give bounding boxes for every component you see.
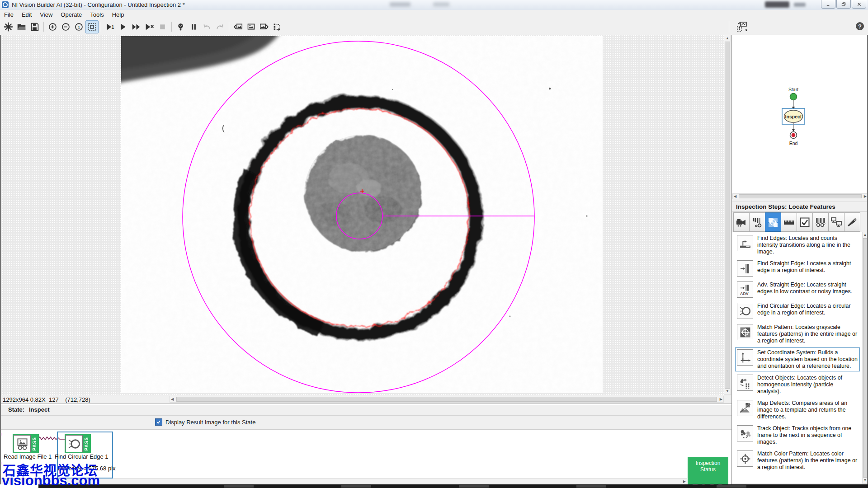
flow-scrollbar[interactable]: ◀ ▶ xyxy=(732,193,868,199)
save-inspection-button[interactable] xyxy=(28,20,41,33)
step-node-read-image-file-1[interactable]: PASS xyxy=(13,434,39,453)
zoom-1x-icon: 1 xyxy=(74,22,84,32)
new-inspection-button[interactable] xyxy=(2,20,15,33)
previous-image-button[interactable] xyxy=(231,20,245,33)
state-editor-panel: State: Inspect Display Result Image for … xyxy=(0,404,731,485)
step-pass-banner: PASS xyxy=(31,435,38,452)
step-item-match-pattern[interactable]: Match Pattern: Locates grayscale feature… xyxy=(735,322,860,346)
scroll-right-icon[interactable]: ▶ xyxy=(864,195,867,198)
palette-enhance-images-tab[interactable] xyxy=(749,212,765,232)
find-straight-edge-icon xyxy=(739,263,751,275)
step-item-map-defects[interactable]: Map Defects: Compares areas of an image … xyxy=(735,398,860,422)
scroll-thumb[interactable] xyxy=(739,194,862,198)
step-node-label: Find Circular Edge 1 xyxy=(55,453,127,460)
scroll-left-icon[interactable]: ◀ xyxy=(734,195,736,198)
zoom-in-button[interactable] xyxy=(46,20,59,33)
menu-help[interactable]: Help xyxy=(108,10,128,19)
next-image-button[interactable] xyxy=(258,20,271,33)
image-viewer[interactable]: ▲ ▼ xyxy=(0,35,731,395)
scroll-right-icon[interactable]: ▶ xyxy=(720,398,722,401)
pause-button[interactable] xyxy=(187,20,200,33)
strip-scrollbar[interactable]: ▶ xyxy=(0,478,687,485)
scroll-thumb[interactable] xyxy=(725,42,730,389)
step-item-adv-straight-edge[interactable]: ADVAdv. Straight Edge: Locates straight … xyxy=(735,280,860,300)
menu-tools[interactable]: Tools xyxy=(86,10,108,19)
palette-identify-parts-tab[interactable] xyxy=(812,212,829,232)
blur-artifact xyxy=(390,2,410,7)
menu-file[interactable]: File xyxy=(0,10,18,19)
flow-start-node[interactable] xyxy=(790,94,797,100)
stop-icon xyxy=(158,22,167,32)
scroll-up-icon[interactable]: ▲ xyxy=(724,37,731,40)
step-item-detect-objects[interactable]: Detect Objects: Locates objects of homog… xyxy=(735,373,860,397)
palette-communicate-tab[interactable] xyxy=(828,212,844,232)
match-color-pattern-icon xyxy=(739,453,751,465)
step-item-find-circular-edge[interactable]: Find Circular Edge: Locates a circular e… xyxy=(735,301,860,321)
vertical-scrollbar[interactable]: ▲ ▼ xyxy=(724,35,731,395)
help-button[interactable]: ? xyxy=(856,22,864,30)
watermark-line2: visionbbs.com xyxy=(2,473,100,488)
flow-end-label: End xyxy=(789,141,798,146)
palette-locate-features-tab[interactable] xyxy=(765,212,781,232)
step-item-set-coordinate-system[interactable]: Set Coordinate System: Builds a coordina… xyxy=(735,347,860,371)
inspection-steps-header: Inspection Steps: Locate Features xyxy=(732,202,868,212)
open-inspection-button[interactable] xyxy=(15,20,28,33)
image-overlay xyxy=(121,36,603,393)
redo-button[interactable] xyxy=(213,20,226,33)
restore-button[interactable] xyxy=(836,0,851,9)
image-log-button[interactable] xyxy=(271,20,284,33)
inspection-image[interactable] xyxy=(121,36,603,393)
viewer-status-strip: 1292x964 0.82X 127 (712,728) ◀ ▶ xyxy=(0,395,731,404)
scroll-left-icon[interactable]: ◀ xyxy=(171,398,174,401)
inspection-steps-list: Find Edges: Locates and counts intensity… xyxy=(732,232,862,483)
menu-edit[interactable]: Edit xyxy=(18,10,36,19)
step-item-find-straight-edge[interactable]: Find Straight Edge: Locates a straight e… xyxy=(735,258,860,278)
display-result-checkbox[interactable] xyxy=(155,418,162,426)
step-item-icon-tile xyxy=(737,260,753,277)
state-diagram[interactable]: Start Inspect End xyxy=(732,35,868,193)
step-item-find-edges[interactable]: Find Edges: Locates and counts intensity… xyxy=(735,233,860,257)
browse-images-button[interactable] xyxy=(245,20,258,33)
track-object-icon xyxy=(739,427,751,440)
palette-measure-features-tab[interactable] xyxy=(781,212,797,232)
new-inspection-icon xyxy=(4,22,13,32)
display-result-checkbox-row[interactable]: Display Result Image for this State xyxy=(155,418,255,426)
horizontal-scrollbar[interactable]: ◀ ▶ xyxy=(170,396,724,403)
find-circular-edge-icon xyxy=(68,437,81,450)
menu-operate[interactable]: Operate xyxy=(57,10,86,19)
steps-strip: ▶ InspectionStatus PASS PASSRead Image F… xyxy=(0,430,731,485)
scroll-right-icon[interactable]: ▶ xyxy=(683,480,686,483)
step-node-find-circular-edge-1[interactable]: PASS xyxy=(65,434,91,453)
run-until-failure-button[interactable] xyxy=(143,20,156,33)
pixel-intensity: 127 xyxy=(49,396,59,403)
step-item-match-color-pattern[interactable]: Match Color Pattern: Locates color featu… xyxy=(735,449,860,473)
menu-view[interactable]: View xyxy=(36,10,57,19)
scroll-down-icon[interactable]: ▼ xyxy=(724,389,731,393)
undo-button[interactable] xyxy=(200,20,213,33)
close-button[interactable] xyxy=(852,0,866,9)
step-item-text: Match Color Pattern: Locates color featu… xyxy=(757,450,858,471)
step-item-icon-tile xyxy=(737,425,753,441)
set-coordinate-system-icon xyxy=(739,352,751,364)
stop-button[interactable] xyxy=(156,20,169,33)
run-continuous-button[interactable] xyxy=(130,20,143,33)
run-once-button[interactable]: 1 xyxy=(104,20,117,33)
palette-additional-tools-tab[interactable] xyxy=(844,212,860,232)
step-item-text: Find Circular Edge: Locates a circular e… xyxy=(757,303,858,316)
step-item-text: Find Straight Edge: Locates a straight e… xyxy=(757,260,858,274)
minimize-button[interactable] xyxy=(821,0,835,9)
zoom-fit-button[interactable] xyxy=(85,20,99,33)
step-item-track-object[interactable]: Track Object: Tracks objects from one fr… xyxy=(735,423,860,447)
inspection-status-box: InspectionStatus PASS xyxy=(688,457,728,488)
view-toggle-button[interactable] xyxy=(735,20,749,33)
run-button[interactable] xyxy=(117,20,130,33)
palette-acquire-images-tab[interactable] xyxy=(733,212,750,232)
image-speck xyxy=(549,88,551,89)
toolbar-divider xyxy=(171,22,172,32)
blur-artifact xyxy=(794,3,806,7)
highlight-button[interactable] xyxy=(174,20,187,33)
scroll-thumb[interactable] xyxy=(176,397,717,402)
zoom-out-button[interactable] xyxy=(59,20,72,33)
zoom-1x-button[interactable]: 1 xyxy=(72,20,85,33)
palette-check-presence-tab[interactable] xyxy=(797,212,813,232)
